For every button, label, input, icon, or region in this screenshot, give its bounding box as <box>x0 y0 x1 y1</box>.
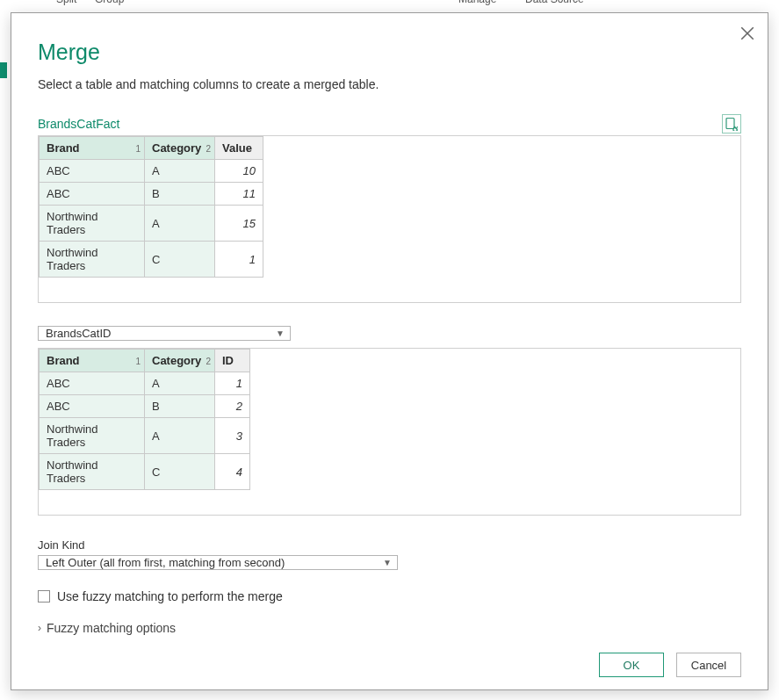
cell-category: C <box>145 454 215 490</box>
cell-value: 10 <box>215 160 263 183</box>
table1-header-category[interactable]: Category 2 <box>145 137 215 160</box>
table-row[interactable]: ABC B 2 <box>40 395 250 418</box>
cell-value: 15 <box>215 206 263 242</box>
table1-name: BrandsCatFact <box>38 117 119 131</box>
column-index: 1 <box>135 143 141 153</box>
chevron-down-icon: ▼ <box>276 328 285 338</box>
close-button[interactable] <box>739 25 755 41</box>
cell-brand: Northwind Traders <box>40 206 145 242</box>
close-icon <box>739 25 755 41</box>
table1-header-value[interactable]: Value <box>215 137 263 160</box>
fuzzy-checkbox-label: Use fuzzy matching to perform the merge <box>57 589 283 603</box>
table1-refresh-button[interactable] <box>722 114 741 134</box>
column-label: Brand <box>47 354 80 367</box>
table-row[interactable]: Northwind Traders A 15 <box>40 206 263 242</box>
column-index: 2 <box>206 143 211 153</box>
column-index: 1 <box>135 356 141 365</box>
column-index: 2 <box>206 356 211 365</box>
fuzzy-checkbox[interactable] <box>38 590 50 603</box>
cell-brand: Northwind Traders <box>40 242 145 278</box>
chevron-down-icon: ▼ <box>383 558 392 567</box>
expander-label: Fuzzy matching options <box>47 621 176 635</box>
cell-category: A <box>145 418 215 454</box>
column-label: Category <box>152 141 201 155</box>
column-label: Value <box>222 141 252 155</box>
table1-panel: Brand 1 Category 2 Value AB <box>38 135 741 303</box>
table2-header-brand[interactable]: Brand 1 <box>40 350 145 372</box>
cell-category: B <box>145 183 215 206</box>
cell-brand: ABC <box>40 395 145 418</box>
ribbon-item: Split <box>56 0 76 5</box>
table-row[interactable]: Northwind Traders C 4 <box>40 454 250 490</box>
ok-button[interactable]: OK <box>599 653 664 677</box>
join-kind-dropdown[interactable]: Left Outer (all from first, matching fro… <box>38 555 398 570</box>
refresh-icon <box>725 117 739 131</box>
svg-rect-2 <box>726 119 734 129</box>
table-row[interactable]: Northwind Traders C 1 <box>40 242 263 278</box>
background-ribbon: Split Group Manage Data Source <box>0 0 779 12</box>
column-label: Brand <box>47 141 80 155</box>
cell-value: 1 <box>215 242 263 278</box>
table1[interactable]: Brand 1 Category 2 Value AB <box>39 136 263 278</box>
table-row[interactable]: Northwind Traders A 3 <box>40 418 250 454</box>
dropdown-value: BrandsCatID <box>46 327 111 340</box>
table2-header-id[interactable]: ID <box>215 350 250 372</box>
column-label: ID <box>222 354 234 367</box>
cell-id: 2 <box>215 395 250 418</box>
table-row[interactable]: ABC A 10 <box>40 160 263 183</box>
table2[interactable]: Brand 1 Category 2 ID ABC <box>39 349 250 490</box>
dropdown-value: Left Outer (all from first, matching fro… <box>46 556 285 569</box>
join-kind-label: Join Kind <box>38 538 741 552</box>
cell-category: A <box>145 372 215 395</box>
cell-brand: Northwind Traders <box>40 454 145 490</box>
table-row[interactable]: ABC A 1 <box>40 372 250 395</box>
dialog-subtitle: Select a table and matching columns to c… <box>38 77 741 91</box>
cell-brand: ABC <box>40 372 145 395</box>
cell-id: 1 <box>215 372 250 395</box>
table1-header-brand[interactable]: Brand 1 <box>40 137 145 160</box>
cell-brand: ABC <box>40 183 145 206</box>
dialog-title: Merge <box>38 40 741 65</box>
table2-dropdown[interactable]: BrandsCatID ▼ <box>38 326 291 341</box>
cell-id: 4 <box>215 454 250 490</box>
ribbon-item: Data Source <box>525 0 584 5</box>
merge-dialog: Merge Select a table and matching column… <box>11 12 768 690</box>
cancel-button[interactable]: Cancel <box>676 653 741 677</box>
cell-category: C <box>145 242 215 278</box>
column-label: Category <box>152 354 201 367</box>
cell-category: A <box>145 206 215 242</box>
table2-panel: Brand 1 Category 2 ID ABC <box>38 348 741 516</box>
cell-brand: Northwind Traders <box>40 418 145 454</box>
cell-id: 3 <box>215 418 250 454</box>
fuzzy-options-expander[interactable]: › Fuzzy matching options <box>38 621 741 635</box>
background-active-cell <box>0 62 7 78</box>
cell-brand: ABC <box>40 160 145 183</box>
table-row[interactable]: ABC B 11 <box>40 183 263 206</box>
ribbon-item: Group <box>95 0 124 5</box>
cell-category: A <box>145 160 215 183</box>
ribbon-item: Manage <box>458 0 496 5</box>
chevron-right-icon: › <box>38 622 41 634</box>
cell-value: 11 <box>215 183 263 206</box>
cell-category: B <box>145 395 215 418</box>
table2-header-category[interactable]: Category 2 <box>145 350 215 372</box>
